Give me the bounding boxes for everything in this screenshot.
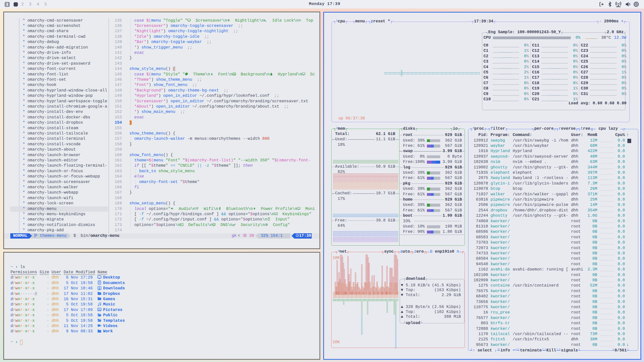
svg-text:A: A [211,72,213,75]
